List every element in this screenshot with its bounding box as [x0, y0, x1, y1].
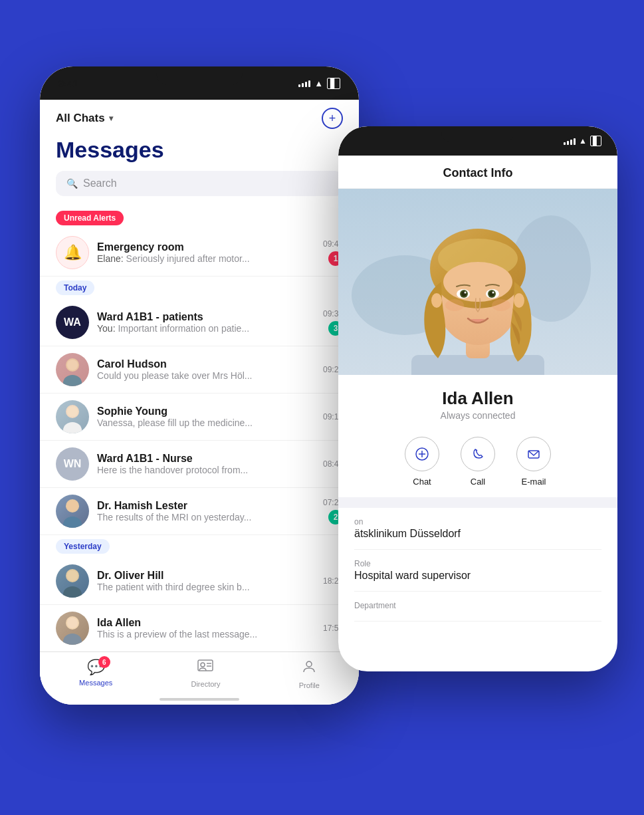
organization-label: on — [354, 517, 601, 526]
contact-photo-svg — [338, 189, 617, 375]
avatar-image — [56, 495, 89, 528]
avatar — [56, 353, 89, 386]
svg-point-10 — [63, 586, 82, 598]
directory-icon — [197, 659, 213, 677]
contact-info-screen: Contact Info — [338, 156, 617, 671]
yesterday-badge: Yesterday — [56, 539, 110, 554]
battery-icon: ▋ — [327, 78, 340, 89]
svg-point-16 — [201, 663, 205, 667]
nav-icon-wrap: 💬 6 — [87, 659, 105, 676]
avatar — [56, 400, 89, 433]
avatar-image — [56, 612, 89, 645]
svg-point-38 — [445, 299, 464, 311]
page-title: Messages — [40, 134, 359, 171]
directory-nav-label: Directory — [191, 680, 220, 688]
call-action-label: Call — [471, 477, 485, 487]
phone2-top-bar: ▲ ▋ — [338, 126, 617, 156]
phone-contact-info: ▲ ▋ Contact Info — [338, 126, 617, 671]
role-row: Role Hospital ward supervisor — [354, 550, 601, 592]
chat-content: Carol Hudson Could you please take over … — [97, 358, 315, 381]
contact-info-details: on ätsklinikum Düsseldorf Role Hospital … — [338, 508, 617, 622]
svg-point-11 — [67, 570, 78, 581]
signal-icon — [564, 137, 576, 145]
chat-content: Sophie Young Vanessa, please fill up the… — [97, 406, 315, 428]
svg-point-41 — [514, 293, 524, 308]
chevron-down-icon: ▾ — [109, 114, 113, 123]
avatar: 🔔 — [56, 236, 89, 269]
chat-name: Ward A1B1 - patients — [97, 311, 315, 323]
today-section-label: Today — [40, 277, 359, 299]
svg-point-19 — [306, 661, 312, 667]
contact-info-header: Contact Info — [338, 156, 617, 189]
nav-profile[interactable]: Profile — [299, 659, 320, 689]
list-item[interactable]: Carol Hudson Could you please take over … — [40, 346, 359, 394]
email-action-icon — [516, 437, 551, 471]
organization-row: on ätsklinikum Düsseldorf — [354, 508, 601, 550]
chat-action-icon — [405, 437, 439, 471]
svg-point-13 — [63, 634, 82, 645]
chat-list: Unread Alerts 🔔 Emergency room Elane: Se… — [40, 207, 359, 705]
svg-point-5 — [67, 406, 78, 417]
chat-preview: This is a preview of the last message... — [97, 629, 315, 640]
list-item[interactable]: Sophie Young Vanessa, please fill up the… — [40, 394, 359, 441]
status-time: 9:41 — [58, 78, 78, 89]
department-row: Department — [354, 592, 601, 622]
list-item[interactable]: WA Ward A1B1 - patients You: Important i… — [40, 299, 359, 346]
role-value: Hospital ward supervisor — [354, 570, 601, 582]
status-icons: ▲ ▋ — [298, 78, 340, 89]
profile-icon — [301, 659, 317, 679]
messages-header: All Chats ▾ + — [40, 100, 359, 134]
contact-status: Always connected — [354, 410, 601, 421]
list-item[interactable]: 🔔 Emergency room Elane: Seriously injure… — [40, 229, 359, 277]
svg-point-39 — [492, 299, 510, 311]
nav-messages[interactable]: 💬 6 Messages — [79, 659, 112, 687]
organization-value: ätsklinikum Düsseldorf — [354, 528, 601, 540]
chat-content: Ward A1B1 - patients You: Important info… — [97, 311, 315, 334]
phone2-status-icons: ▲ ▋ — [564, 136, 601, 146]
search-input[interactable]: Search — [83, 177, 117, 189]
svg-point-14 — [67, 618, 78, 628]
chat-content: Ward A1B1 - Nurse Here is the handover p… — [97, 453, 315, 475]
all-chats-button[interactable]: All Chats ▾ — [56, 112, 113, 125]
avatar-image — [56, 353, 89, 386]
list-item[interactable]: WN Ward A1B1 - Nurse Here is the handove… — [40, 441, 359, 488]
unread-alerts-badge: Unread Alerts — [56, 211, 124, 225]
call-action[interactable]: Call — [461, 437, 495, 487]
chat-name: Ida Allen — [97, 617, 315, 629]
chat-preview: Elane: Seriously injured after motor... — [97, 253, 315, 264]
messages-screen: All Chats ▾ + Messages 🔍 Search Unread A… — [40, 100, 359, 705]
contact-photo — [338, 189, 617, 375]
chat-name: Sophie Young — [97, 406, 315, 417]
list-item[interactable]: Ida Allen This is a preview of the last … — [40, 605, 359, 652]
profile-nav-label: Profile — [299, 681, 320, 689]
home-indicator — [160, 698, 239, 701]
avatar-image — [56, 400, 89, 433]
contact-name-section: Ida Allen Always connected — [338, 375, 617, 426]
avatar: WN — [56, 447, 89, 481]
avatar-image — [56, 564, 89, 598]
chat-content: Dr. Hamish Lester The results of the MRI… — [97, 500, 315, 523]
list-item[interactable]: Dr. Hamish Lester The results of the MRI… — [40, 488, 359, 535]
chat-name: Ward A1B1 - Nurse — [97, 453, 315, 465]
avatar — [56, 564, 89, 598]
avatar: WA — [56, 306, 89, 339]
search-bar[interactable]: 🔍 Search — [56, 171, 343, 196]
nav-directory[interactable]: Directory — [191, 659, 220, 688]
chat-name: Dr. Hamish Lester — [97, 500, 315, 512]
yesterday-section-label: Yesterday — [40, 535, 359, 558]
svg-point-37 — [492, 292, 494, 294]
list-item[interactable]: Dr. Oliver Hill The patient with third d… — [40, 558, 359, 605]
search-icon: 🔍 — [66, 178, 78, 189]
email-action-label: E-mail — [522, 477, 546, 487]
messages-nav-label: Messages — [79, 679, 112, 687]
chat-action[interactable]: Chat — [405, 437, 439, 487]
chat-action-label: Chat — [413, 477, 431, 487]
svg-point-4 — [63, 422, 82, 433]
chat-name: Emergency room — [97, 241, 315, 253]
messages-badge: 6 — [98, 656, 110, 668]
unread-section-label: Unread Alerts — [40, 207, 359, 229]
action-buttons: Chat Call E-mail — [338, 426, 617, 503]
email-action[interactable]: E-mail — [516, 437, 551, 487]
wifi-icon: ▲ — [314, 78, 323, 88]
svg-point-7 — [63, 517, 82, 528]
